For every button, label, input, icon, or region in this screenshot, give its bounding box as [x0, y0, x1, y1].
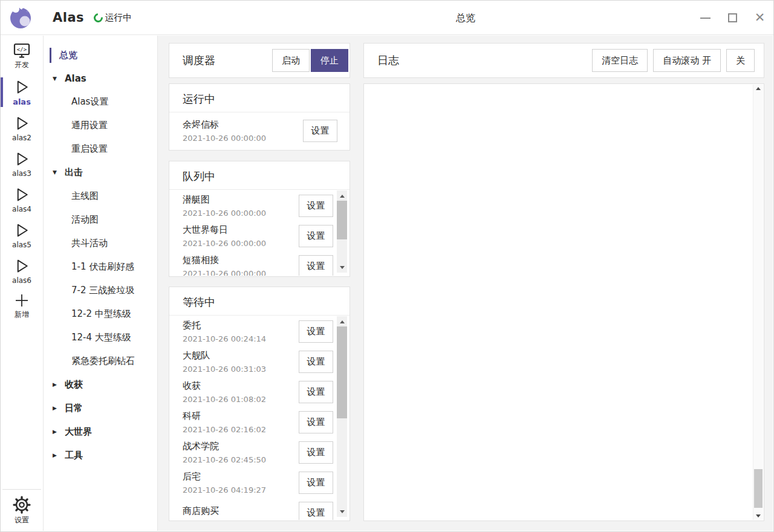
- scroll-up-icon[interactable]: [337, 317, 347, 326]
- instance-alas2[interactable]: alas2: [1, 110, 43, 146]
- task-row: 战术学院 2021-10-26 02:45:50 设置: [169, 437, 350, 467]
- menu-group-daily[interactable]: ▶日常: [44, 397, 157, 420]
- instance-alas3[interactable]: alas3: [1, 146, 43, 181]
- gear-icon: [13, 496, 31, 514]
- scheduler-column: 调度器 启动 停止 运行中 余烬信标 2021-10-26 00:00:00: [169, 43, 350, 531]
- task-row: 收获 2021-10-26 01:08:02 设置: [169, 377, 350, 407]
- waiting-card: 等待中 委托 2021-10-26 00:24:14 设置 大舰队 2021-1…: [169, 287, 350, 521]
- instance-alas5[interactable]: alas5: [1, 217, 43, 253]
- queued-scrollbar[interactable]: [337, 190, 347, 273]
- task-setting-button[interactable]: 设置: [299, 472, 333, 494]
- menu-item-map-1-1[interactable]: 1-1 伏击刷好感: [44, 255, 157, 279]
- play-icon: [13, 114, 31, 132]
- menu-group-alas[interactable]: ▼Alas: [44, 67, 157, 90]
- menu-group-campaign[interactable]: ▼出击: [44, 161, 157, 184]
- menu-sidebar: 总览 ▼Alas Alas设置 通用设置 重启设置 ▼出击 主线图 活动图 共斗…: [44, 36, 158, 531]
- waiting-list: 委托 2021-10-26 00:24:14 设置 大舰队 2021-10-26…: [169, 316, 350, 520]
- close-button[interactable]: ✕: [746, 1, 773, 35]
- add-instance-button[interactable]: 新增: [1, 288, 43, 324]
- plus-icon: [14, 293, 30, 308]
- task-setting-button[interactable]: 设置: [299, 411, 333, 433]
- task-time: 2021-10-26 00:00:00: [183, 134, 303, 143]
- menu-item-event-chapter[interactable]: 活动图: [44, 208, 157, 232]
- add-label: 新增: [15, 310, 29, 320]
- close-icon: ✕: [755, 11, 766, 24]
- task-name: 委托: [183, 320, 299, 331]
- menu-group-tools[interactable]: ▶工具: [44, 444, 157, 467]
- task-setting-button[interactable]: 设置: [299, 441, 333, 464]
- dev-monitor-icon: </>: [13, 43, 31, 59]
- caret-right-icon: ▶: [53, 405, 65, 411]
- alas-logo-icon: [8, 5, 34, 30]
- task-setting-button[interactable]: 设置: [299, 351, 333, 373]
- scroll-up-icon[interactable]: [337, 192, 347, 200]
- instance-label: alas5: [12, 241, 31, 249]
- stop-button[interactable]: 停止: [311, 49, 348, 72]
- autoscroll-off-button[interactable]: 关: [726, 49, 755, 72]
- task-row: 大世界每日 2021-10-26 00:00:00 设置: [169, 221, 350, 251]
- menu-item-map-12-2[interactable]: 12-2 中型练级: [44, 302, 157, 326]
- scroll-up-icon[interactable]: [753, 87, 763, 90]
- instance-alas4[interactable]: alas4: [1, 181, 43, 217]
- clear-log-button[interactable]: 清空日志: [592, 49, 648, 72]
- page-title: 总览: [158, 1, 773, 35]
- menu-item-coalition[interactable]: 共斗活动: [44, 232, 157, 255]
- menu-item-map-7-2[interactable]: 7-2 三战捡垃圾: [44, 279, 157, 302]
- menu-group-reward[interactable]: ▶收获: [44, 373, 157, 397]
- log-scrollbar[interactable]: [753, 85, 763, 520]
- app-window: Alas 运行中 总览 ✕ </> 开发 alas: [0, 0, 774, 532]
- maximize-button[interactable]: [719, 1, 746, 35]
- play-icon: [13, 221, 31, 239]
- settings-button[interactable]: 设置: [1, 490, 43, 531]
- task-row: 科研 2021-10-26 02:16:02 设置: [169, 407, 350, 437]
- menu-item-map-12-4[interactable]: 12-4 大型练级: [44, 326, 157, 349]
- instance-label: alas4: [12, 205, 31, 213]
- menu-group-opsi[interactable]: ▶大世界: [44, 420, 157, 444]
- autoscroll-on-button[interactable]: 自动滚动 开: [653, 49, 721, 72]
- task-setting-button[interactable]: 设置: [303, 120, 337, 142]
- spacer: [1, 324, 43, 489]
- dev-label: 开发: [15, 60, 29, 70]
- waiting-scrollbar[interactable]: [337, 316, 347, 517]
- scroll-down-icon[interactable]: [753, 514, 763, 517]
- task-setting-button[interactable]: 设置: [299, 320, 333, 343]
- instance-alas[interactable]: alas: [1, 74, 43, 110]
- menu-item-overview[interactable]: 总览: [44, 44, 157, 67]
- log-title: 日志: [377, 53, 592, 68]
- scroll-down-icon[interactable]: [337, 263, 347, 271]
- instance-label: alas2: [12, 134, 31, 142]
- dev-button[interactable]: </> 开发: [1, 39, 43, 74]
- task-setting-button[interactable]: 设置: [299, 255, 333, 276]
- caret-right-icon: ▶: [53, 452, 65, 458]
- queued-card: 队列中 潜艇图 2021-10-26 00:00:00 设置 大世界每日 202…: [169, 161, 350, 277]
- task-name: 商店购买: [183, 505, 299, 517]
- scrollbar-thumb[interactable]: [337, 201, 347, 239]
- window-controls: ✕: [692, 1, 773, 35]
- instance-alas6[interactable]: alas6: [1, 253, 43, 288]
- instance-label: alas: [13, 97, 31, 106]
- play-icon: [13, 186, 31, 204]
- divider: [169, 112, 350, 112]
- log-output: [364, 85, 753, 520]
- task-setting-button[interactable]: 设置: [299, 225, 333, 247]
- menu-item-alas-settings[interactable]: Alas设置: [44, 90, 157, 114]
- task-setting-button[interactable]: 设置: [299, 381, 333, 403]
- menu-item-main-chapter[interactable]: 主线图: [44, 184, 157, 208]
- menu-item-restart-settings[interactable]: 重启设置: [44, 137, 157, 161]
- scrollbar-thumb[interactable]: [337, 326, 347, 418]
- task-name: 科研: [183, 410, 299, 422]
- minimize-button[interactable]: [692, 1, 719, 35]
- scrollbar-thumb[interactable]: [754, 469, 763, 508]
- task-setting-button[interactable]: 设置: [299, 195, 333, 217]
- start-button[interactable]: 启动: [272, 49, 310, 72]
- task-setting-button[interactable]: 设置: [299, 502, 333, 521]
- task-row: 短猫相接 2021-10-26 00:00:00 设置: [169, 251, 350, 276]
- task-row: 潜艇图 2021-10-26 00:00:00 设置: [169, 190, 350, 221]
- task-name: 大世界每日: [183, 224, 299, 236]
- menu-item-general-settings[interactable]: 通用设置: [44, 114, 157, 137]
- task-row: 大舰队 2021-10-26 00:31:03 设置: [169, 346, 350, 377]
- menu-item-urgent-commission[interactable]: 紧急委托刷钻石: [44, 349, 157, 373]
- scroll-down-icon[interactable]: [337, 507, 347, 516]
- play-icon: [13, 78, 31, 96]
- app-title: Alas: [53, 10, 84, 25]
